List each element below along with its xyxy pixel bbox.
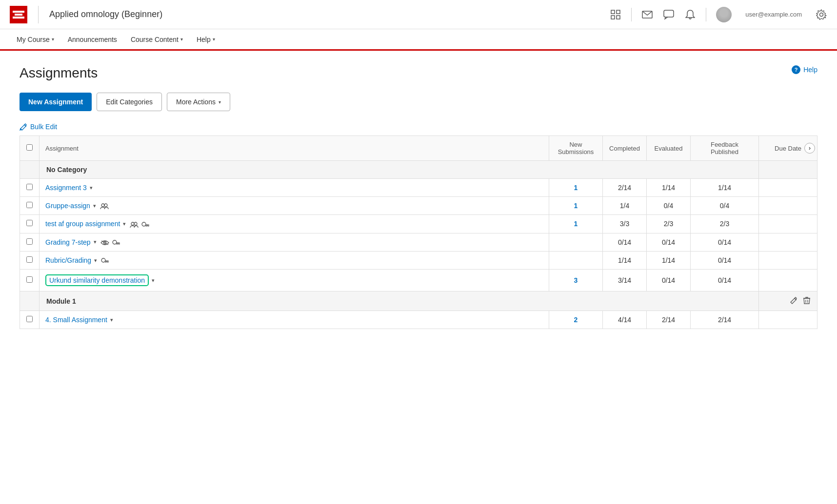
new-assignment-button[interactable]: New Assignment <box>20 93 92 111</box>
evaluated-cell: 0/14 <box>647 270 691 291</box>
row-checkbox[interactable] <box>26 276 33 283</box>
evaluated-cell: 1/14 <box>647 251 691 269</box>
category-row: Module 1 <box>20 291 817 311</box>
chat-icon[interactable] <box>663 9 675 20</box>
expand-columns-button[interactable]: › <box>804 143 815 154</box>
assignment-dropdown-icon[interactable]: ▾ <box>93 203 96 209</box>
feedback-published-cell: 1/14 <box>691 179 759 197</box>
svg-rect-5 <box>664 10 674 17</box>
nav-help[interactable]: Help ▾ <box>190 29 222 50</box>
icon-divider <box>706 8 706 21</box>
nav-my-course[interactable]: My Course ▾ <box>10 29 61 50</box>
row-checkbox[interactable] <box>26 202 33 208</box>
help-circle-icon: ? <box>792 65 800 74</box>
evaluated-cell: 2/3 <box>647 215 691 233</box>
category-name: Module 1 <box>40 291 759 311</box>
row-checkbox[interactable] <box>26 256 33 263</box>
logo-bar <box>15 14 22 16</box>
new-submissions-link[interactable]: 1 <box>574 202 578 210</box>
svg-rect-2 <box>611 16 615 19</box>
icon-divider <box>631 8 632 21</box>
bulk-edit-row: Bulk Edit <box>20 123 817 131</box>
dtu-logo-icon <box>10 6 27 23</box>
username: user@example.com <box>745 11 802 18</box>
col-header-completed: Completed <box>603 136 647 161</box>
completed-cell: 0/14 <box>603 233 647 251</box>
assignment-link[interactable]: Urkund similarity demonstration <box>45 274 149 286</box>
assignment-link[interactable]: Grading 7-step <box>45 238 91 246</box>
chevron-down-icon: ▾ <box>219 99 221 105</box>
assignment-link[interactable]: 4. Small Assignment <box>45 316 107 324</box>
completed-cell: 1/14 <box>603 251 647 269</box>
topbar-divider <box>38 6 39 23</box>
assignment-link[interactable]: Gruppe-assign <box>45 202 90 210</box>
col-header-evaluated: Evaluated <box>647 136 691 161</box>
app-title: Applied omnology (Beginner) <box>49 9 162 19</box>
logo[interactable]: Applied omnology (Beginner) <box>10 6 162 23</box>
due-date-cell <box>759 270 817 291</box>
assignment-dropdown-icon[interactable]: ▾ <box>94 257 97 264</box>
col-header-new-submissions: New Submissions <box>549 136 603 161</box>
assignment-link[interactable]: test af group assignment <box>45 220 120 228</box>
logo-bar <box>13 17 24 19</box>
table-row: Urkund similarity demonstration ▾ 3 3/14… <box>20 270 817 291</box>
assignment-dropdown-icon[interactable]: ▾ <box>94 239 97 245</box>
completed-cell: 3/3 <box>603 215 647 233</box>
assignments-table: Assignment New Submissions Completed Eva… <box>20 136 817 329</box>
delete-category-button[interactable] <box>803 298 810 306</box>
svg-rect-0 <box>611 10 615 14</box>
assignment-dropdown-icon[interactable]: ▾ <box>90 185 93 191</box>
assignment-link[interactable]: Assignment 3 <box>45 184 87 192</box>
pencil-icon <box>20 123 27 131</box>
row-checkbox[interactable] <box>26 316 33 322</box>
row-checkbox[interactable] <box>26 220 33 226</box>
bulk-edit-link[interactable]: Bulk Edit <box>20 123 817 131</box>
grid-icon[interactable] <box>610 9 621 20</box>
completed-cell: 1/4 <box>603 197 647 215</box>
row-checkbox[interactable] <box>26 238 33 245</box>
avatar[interactable] <box>716 7 732 22</box>
new-submissions-link[interactable]: 1 <box>574 220 578 228</box>
col-header-due-date: Due Date › <box>759 136 817 161</box>
completed-cell: 4/14 <box>603 311 647 329</box>
edit-category-button[interactable] <box>790 298 799 306</box>
assignment-dropdown-icon[interactable]: ▾ <box>110 317 113 323</box>
svg-point-7 <box>101 204 104 207</box>
new-submissions-link[interactable]: 1 <box>574 184 578 192</box>
completed-cell: 3/14 <box>603 270 647 291</box>
edit-categories-button[interactable]: Edit Categories <box>97 93 162 111</box>
due-date-cell <box>759 215 817 233</box>
gear-icon[interactable] <box>816 9 827 20</box>
group-icon <box>130 220 139 228</box>
help-link[interactable]: ? Help <box>792 65 817 74</box>
row-checkbox[interactable] <box>26 184 33 190</box>
chevron-down-icon: ▾ <box>180 37 183 42</box>
group-icon <box>100 202 109 210</box>
bell-icon[interactable] <box>684 9 696 20</box>
evaluated-cell: 0/14 <box>647 233 691 251</box>
table-header: Assignment New Submissions Completed Eva… <box>20 136 817 161</box>
assignment-dropdown-icon[interactable]: ▾ <box>123 221 126 227</box>
col-header-assignment: Assignment <box>40 136 549 161</box>
select-all-checkbox[interactable] <box>26 144 33 151</box>
svg-rect-3 <box>617 16 620 19</box>
mail-icon[interactable] <box>641 9 653 20</box>
feedback-published-cell: 2/3 <box>691 215 759 233</box>
new-submissions-link[interactable]: 2 <box>574 316 578 324</box>
eye-icon <box>100 238 109 246</box>
svg-point-8 <box>104 204 107 207</box>
key-icon <box>112 238 120 246</box>
select-all-header <box>20 136 40 161</box>
completed-cell: 2/14 <box>603 179 647 197</box>
svg-point-10 <box>134 222 137 225</box>
assignment-link[interactable]: Rubric/Grading <box>45 256 91 264</box>
more-actions-button[interactable]: More Actions ▾ <box>167 93 230 111</box>
new-submissions-link[interactable]: 3 <box>574 276 578 284</box>
nav-course-content[interactable]: Course Content ▾ <box>124 29 190 50</box>
assignment-dropdown-icon[interactable]: ▾ <box>152 277 155 284</box>
feedback-published-cell: 0/14 <box>691 251 759 269</box>
due-date-cell <box>759 197 817 215</box>
feedback-published-cell: 0/14 <box>691 233 759 251</box>
nav-announcements[interactable]: Announcements <box>61 29 124 50</box>
table-row: Assignment 3 ▾ 1 2/14 1/14 1/14 <box>20 179 817 197</box>
